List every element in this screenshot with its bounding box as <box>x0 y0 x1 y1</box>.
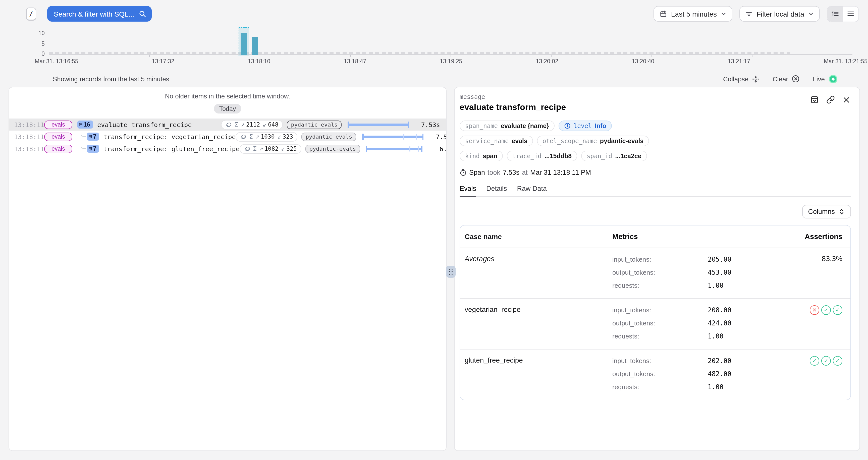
case-name: Averages <box>465 254 612 293</box>
x-axis-label: 13:17:32 <box>152 58 175 64</box>
assertions-cell: ✓ ✓ ✓ <box>767 355 842 394</box>
metrics-cell: input_tokens:205.00 output_tokens:453.00… <box>612 254 767 293</box>
chip-value: evals <box>512 137 527 144</box>
duration-bar <box>366 147 422 150</box>
coin-icon <box>244 145 251 152</box>
evals-badge: evals <box>44 120 72 129</box>
chip-value: evaluate {name} <box>501 122 549 129</box>
time-range-dropdown[interactable]: Last 5 minutes <box>653 6 733 22</box>
trace-row[interactable]: 13:18:11 evals ⊞ 7 transform_recipe: glu… <box>9 143 446 155</box>
child-count: 7 <box>93 133 96 140</box>
tab-raw-data[interactable]: Raw Data <box>517 185 547 197</box>
main-panels: No older items in the selected time wind… <box>8 87 860 451</box>
clear-label: Clear <box>773 75 788 83</box>
duration-text: 6.89s <box>432 145 446 153</box>
y-axis-tick: 0 <box>32 51 45 57</box>
minus-square-icon: ⊟ <box>79 121 82 128</box>
assertion-fail-icon[interactable]: ✕ <box>810 305 819 315</box>
x-axis-label: 13:20:40 <box>632 58 654 64</box>
x-axis-tickmark <box>149 55 150 57</box>
copy-link-icon[interactable] <box>826 95 835 104</box>
assertion-pass-icon[interactable]: ✓ <box>833 305 842 315</box>
y-axis-tick: 5 <box>32 41 45 47</box>
input-tokens: 1030 <box>261 133 275 140</box>
time-range-label: Last 5 minutes <box>671 10 717 18</box>
metric-label: requests: <box>612 331 708 341</box>
span-timestamp: Mar 31 13:18:11 PM <box>530 169 591 176</box>
view-mode-toggle <box>827 6 859 22</box>
chip-key: span_id <box>587 153 612 159</box>
span-duration: 7.53s <box>503 169 519 176</box>
clear-button[interactable]: Clear <box>773 75 800 83</box>
metric-label: output_tokens: <box>612 268 708 278</box>
x-axis-label: Mar 31. 13:21:55 <box>824 58 868 64</box>
chip-value: Info <box>595 122 606 129</box>
metric-label: output_tokens: <box>612 369 708 379</box>
search-input[interactable]: Search & filter with SQL... <box>47 6 152 22</box>
metric-value: 208.00 <box>708 305 732 316</box>
search-placeholder: Search & filter with SQL... <box>54 10 134 18</box>
timeline-histogram[interactable]: 10 5 0 Mar 31. 13:16:55 13:17:32 13:18:1… <box>49 28 852 66</box>
live-toggle[interactable]: Live <box>813 74 838 84</box>
input-tokens: 1082 <box>265 145 278 152</box>
no-older-items-notice: No older items in the selected time wind… <box>9 92 446 100</box>
columns-button[interactable]: Columns <box>802 205 851 219</box>
assertion-pass-icon[interactable]: ✓ <box>810 356 819 366</box>
today-chip[interactable]: Today <box>214 104 241 113</box>
duration-text: 7.53s <box>414 121 440 128</box>
detail-panel-actions <box>810 95 850 104</box>
span-name-chip[interactable]: span_name evaluate {name} <box>460 121 555 131</box>
timeline-plot: 10 5 0 <box>49 28 852 55</box>
x-axis-labels: Mar 31. 13:16:55 13:17:32 13:18:10 13:18… <box>35 58 868 64</box>
tree-view-button[interactable] <box>827 6 843 21</box>
chevron-down-icon <box>808 11 814 17</box>
dock-panel-icon[interactable] <box>810 95 819 104</box>
duration-bar-track <box>362 133 424 140</box>
metric-value: 482.00 <box>708 369 732 379</box>
header-assertions: Assertions <box>767 232 842 240</box>
kind-chip[interactable]: kind span <box>460 151 503 161</box>
service-name-chip[interactable]: service_name evals <box>460 136 533 146</box>
expand-children-button[interactable]: ⊞ 7 <box>87 144 99 153</box>
expand-children-button[interactable]: ⊞ 7 <box>87 133 99 141</box>
evals-table-row[interactable]: Averages input_tokens:205.00 output_toke… <box>460 248 850 299</box>
list-view-button[interactable] <box>843 6 859 21</box>
metric-label: input_tokens: <box>612 255 708 265</box>
input-tokens: 2112 <box>246 121 260 128</box>
tab-details[interactable]: Details <box>486 185 507 197</box>
span-name: evaluate transform_recipe <box>97 121 192 128</box>
collapse-button[interactable]: Collapse <box>723 75 760 83</box>
level-chip[interactable]: level Info <box>559 121 612 131</box>
filter-local-data-dropdown[interactable]: Filter local data <box>739 6 820 22</box>
trace-row[interactable]: 13:18:11 evals ⊟ 16 evaluate transform_r… <box>9 119 446 131</box>
span-id-chip[interactable]: span_id ...1ca2ce <box>581 151 647 161</box>
assertion-pass-icon[interactable]: ✓ <box>821 356 831 366</box>
assertion-pass-icon[interactable]: ✓ <box>833 356 842 366</box>
trace-id-chip[interactable]: trace_id ...15ddb8 <box>507 151 577 161</box>
assertion-pass-icon[interactable]: ✓ <box>821 305 831 315</box>
duration-bar-tick <box>418 146 419 152</box>
histogram-bar[interactable] <box>252 37 258 55</box>
metric-value: 205.00 <box>708 255 732 265</box>
attribute-chips: span_name evaluate {name} level Info <box>460 121 851 161</box>
evals-table-row[interactable]: gluten_free_recipe input_tokens:202.00 o… <box>460 350 850 400</box>
close-icon[interactable] <box>842 96 850 104</box>
y-axis-tick: 10 <box>32 30 45 36</box>
otel-scope-name-chip[interactable]: otel_scope_name pydantic-evals <box>537 136 649 146</box>
evals-table-row[interactable]: vegetarian_recipe input_tokens:208.00 ou… <box>460 299 850 350</box>
timeline-selection-region[interactable] <box>239 27 249 56</box>
header-case-name: Case name <box>465 232 612 240</box>
chip-key: service_name <box>465 137 508 144</box>
metric-label: output_tokens: <box>612 318 708 328</box>
duration-bar-track <box>348 121 409 128</box>
collapse-children-button[interactable]: ⊟ 16 <box>78 121 93 129</box>
output-tokens: 323 <box>283 133 293 140</box>
chip-key: otel_scope_name <box>542 137 597 144</box>
trace-row[interactable]: 13:18:11 evals ⊞ 7 transform_recipe: veg… <box>9 131 446 143</box>
record-kind-label: message <box>460 93 851 100</box>
tab-evals[interactable]: Evals <box>460 185 476 197</box>
live-indicator-icon <box>828 74 838 84</box>
chip-value: span <box>483 153 497 159</box>
panel-resize-handle[interactable] <box>446 266 456 278</box>
trace-rows: 13:18:11 evals ⊟ 16 evaluate transform_r… <box>9 119 446 155</box>
